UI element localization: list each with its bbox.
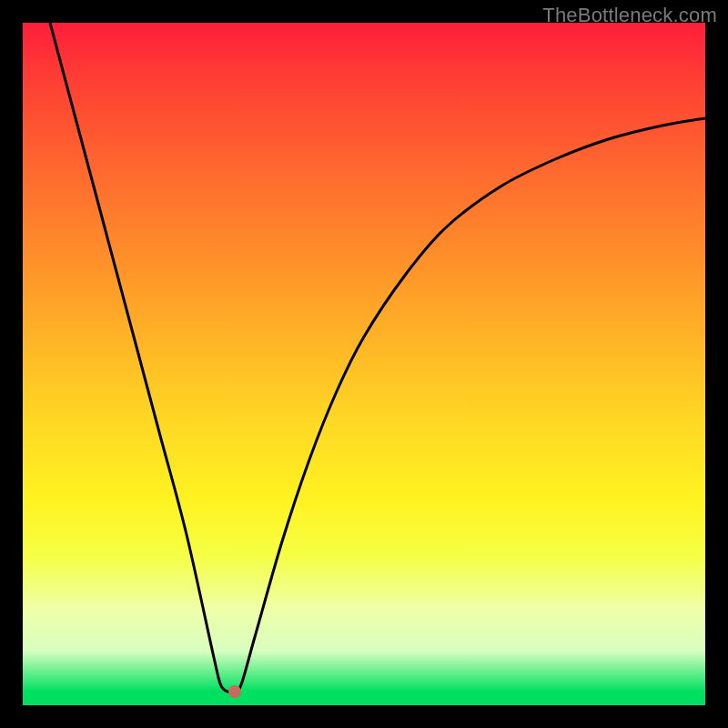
watermark-text: TheBottleneck.com — [542, 4, 717, 27]
chart-frame: TheBottleneck.com — [0, 0, 728, 728]
bottleneck-curve — [23, 23, 705, 705]
plot-area — [23, 23, 705, 705]
minimum-marker — [228, 685, 241, 698]
curve-path — [50, 23, 705, 693]
